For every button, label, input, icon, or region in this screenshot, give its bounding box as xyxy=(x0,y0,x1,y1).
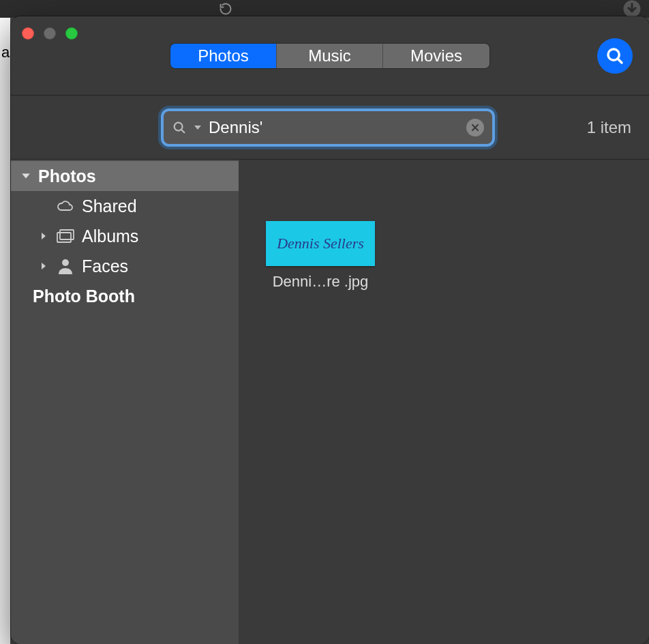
sidebar-item-label: Photo Booth xyxy=(33,287,135,306)
svg-line-4 xyxy=(181,129,184,132)
media-browser-window: Photos Music Movies xyxy=(11,16,649,644)
search-bar-row: 1 item xyxy=(11,96,649,160)
results-grid: Dennis Sellers Denni…re .jpg xyxy=(239,160,649,644)
zoom-window-button[interactable] xyxy=(65,27,78,40)
sidebar: Photos Shared xyxy=(11,160,239,644)
media-item[interactable]: Dennis Sellers Denni…re .jpg xyxy=(266,180,375,291)
disclosure-down-icon xyxy=(20,171,31,181)
clear-search-button[interactable] xyxy=(466,119,484,136)
search-scope-chevron-icon[interactable] xyxy=(194,123,202,132)
svg-point-9 xyxy=(62,259,69,266)
svg-line-2 xyxy=(618,59,622,63)
item-count-label: 1 item xyxy=(587,118,631,137)
thumbnail-filename: Denni…re .jpg xyxy=(273,273,369,291)
sidebar-item-label: Photos xyxy=(38,166,96,186)
media-type-tabs: Photos Music Movies xyxy=(170,44,489,68)
search-icon xyxy=(172,120,187,135)
titlebar: Photos Music Movies xyxy=(11,16,649,96)
content-area: Photos Shared xyxy=(11,160,649,644)
minimize-window-button[interactable] xyxy=(44,27,56,40)
sidebar-item-shared[interactable]: Shared xyxy=(11,191,239,221)
sidebar-item-faces[interactable]: Faces xyxy=(11,251,239,281)
search-input[interactable] xyxy=(209,118,459,137)
disclosure-right-icon[interactable] xyxy=(38,231,49,241)
sidebar-item-label: Faces xyxy=(82,257,128,276)
sidebar-item-label: Albums xyxy=(82,226,138,246)
disclosure-right-icon[interactable] xyxy=(38,261,49,271)
refresh-icon[interactable] xyxy=(218,1,233,16)
thumbnail-image: Dennis Sellers xyxy=(266,221,375,266)
sidebar-item-photos[interactable]: Photos xyxy=(11,161,239,191)
search-field[interactable] xyxy=(164,111,492,144)
sidebar-item-albums[interactable]: Albums xyxy=(11,221,239,251)
background-toolbar xyxy=(0,0,649,18)
album-stack-icon xyxy=(56,229,75,244)
sidebar-item-photobooth[interactable]: Photo Booth xyxy=(11,281,239,311)
tab-movies[interactable]: Movies xyxy=(383,44,489,68)
svg-rect-8 xyxy=(60,230,74,239)
tab-photos[interactable]: Photos xyxy=(170,44,277,68)
tab-music[interactable]: Music xyxy=(277,44,383,68)
window-controls xyxy=(22,27,78,40)
search-button[interactable] xyxy=(597,38,633,74)
person-icon xyxy=(56,258,75,274)
svg-rect-7 xyxy=(57,233,71,242)
cloud-icon xyxy=(56,199,75,213)
sidebar-item-label: Shared xyxy=(82,196,137,216)
close-window-button[interactable] xyxy=(22,27,34,40)
background-document-edge: a xyxy=(0,18,10,644)
